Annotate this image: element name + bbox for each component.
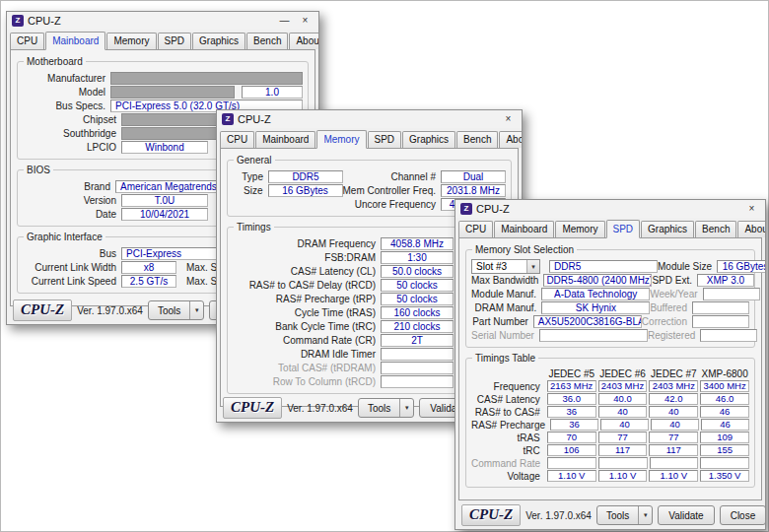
timing-value: 50 clocks [381,293,454,305]
link-speed-label: Current Link Speed [23,276,121,287]
tab-memory[interactable]: Memory [316,130,366,149]
close-icon[interactable]: × [500,112,517,126]
tab-about[interactable]: About [499,131,523,148]
close-icon[interactable]: × [743,202,760,216]
tab-mainboard[interactable]: Mainboard [255,131,315,148]
tab-bench[interactable]: Bench [456,131,498,148]
tools-button[interactable]: Tools ▾ [358,398,414,418]
spd-panel: Memory Slot Selection Slot #3 ▾ DDR5 Mod… [458,237,762,500]
tab-bar: CPU Mainboard Memory SPD Graphics Bench … [7,30,318,49]
tab-spd[interactable]: SPD [368,131,402,148]
column-header: JEDEC #5 [547,368,596,379]
bios-brand-label: Brand [23,181,115,192]
module-manuf-label: Module Manuf. [471,289,541,299]
cell: 155 [700,444,749,456]
bus-specs-label: Bus Specs. [23,100,110,111]
chevron-down-icon[interactable]: ▾ [638,506,652,524]
close-button[interactable]: Close [720,505,766,525]
cell: 1.10 V [547,470,596,482]
cell: 40 [651,419,699,431]
tab-bench[interactable]: Bench [246,33,288,49]
week-year-label: Week/Year [650,289,702,299]
dram-manuf-label: DRAM Manuf. [471,302,541,313]
cpuz-app-icon: Z [460,203,472,215]
tab-memory[interactable]: Memory [555,221,604,237]
table-row: tRC 106 117 117 155 [471,444,749,456]
version-text: Ver. 1.97.0.x64 [525,510,592,521]
link-width-value: x8 [121,261,176,274]
tools-button-label: Tools [359,399,399,417]
chevron-down-icon[interactable]: ▾ [526,260,539,273]
cell [547,457,596,469]
tools-button-label: Tools [597,506,638,524]
link-width-label: Current Link Width [23,262,121,273]
cell: 46 [700,406,749,418]
bottom-bar: CPU-Z Ver. 1.97.0.x64 Tools ▾ Validate C… [455,501,765,529]
tab-cpu[interactable]: CPU [458,221,493,237]
channel-label: Channel # [390,171,441,182]
serial-number-label: Serial Number [471,330,539,341]
timing-label: FSB:DRAM [233,252,381,263]
chevron-down-icon[interactable]: ▾ [399,399,413,417]
version-text: Ver. 1.97.0.x64 [287,403,353,414]
group-label: BIOS [24,165,53,175]
type-value: DDR5 [268,170,343,183]
group-label: Timings Table [472,353,538,364]
cell [650,457,699,469]
chipset-label: Chipset [23,114,121,125]
tools-button[interactable]: Tools ▾ [596,505,653,525]
tab-spd[interactable]: SPD [158,33,192,49]
cell: 77 [649,432,698,443]
table-row: tRAS 70 77 77 109 [471,432,749,443]
slot-select[interactable]: Slot #3 ▾ [471,259,540,274]
bios-date-value: 10/04/2021 [121,208,208,221]
registered-value [700,329,757,342]
window-title: CPU-Z [476,203,739,215]
southbridge-label: Southbridge [23,128,121,139]
dram-manuf-row: DRAM Manuf. SK Hynix Buffered [471,301,749,314]
tab-cpu[interactable]: CPU [10,33,44,49]
timing-label: Cycle Time (tRAS) [233,307,381,318]
tab-graphics[interactable]: Graphics [641,221,694,237]
close-icon[interactable]: × [297,14,314,28]
tab-about[interactable]: About [737,221,766,237]
cell: 36 [550,419,598,431]
minimize-button[interactable]: — [276,14,293,28]
buffered-value [692,301,749,314]
timing-label: Row To Column (tRCD) [233,376,381,387]
cell: 77 [598,432,648,443]
tab-about[interactable]: About [289,33,319,49]
tab-memory[interactable]: Memory [106,33,156,49]
titlebar[interactable]: Z CPU-Z × [217,110,522,128]
cell: 46 [701,419,749,431]
tools-button-label: Tools [149,301,189,319]
tab-spd[interactable]: SPD [606,220,641,238]
tools-button[interactable]: Tools ▾ [148,300,204,320]
mem-controller-freq-value: 2031.8 MHz [441,184,506,197]
cell: 40 [649,406,698,418]
timing-value: 50.0 clocks [381,265,454,278]
bios-version-label: Version [23,195,121,206]
tab-bench[interactable]: Bench [695,221,736,237]
size-value: 16 GBytes [268,184,343,197]
chevron-down-icon[interactable]: ▾ [189,301,203,319]
model-value-redacted [110,86,235,99]
registered-label: Registered [648,330,700,341]
titlebar[interactable]: Z CPU-Z — × [7,12,318,30]
column-header: JEDEC #7 [649,368,698,379]
group-label: Memory Slot Selection [472,244,577,255]
manufacturer-value-redacted [110,72,303,85]
titlebar[interactable]: Z CPU-Z × [455,200,765,218]
cell: 40.0 [598,393,648,405]
tab-mainboard[interactable]: Mainboard [494,221,554,237]
row-label: tRAS [471,432,545,443]
validate-button[interactable]: Validate [658,505,714,525]
tab-cpu[interactable]: CPU [220,131,254,148]
tab-graphics[interactable]: Graphics [192,33,245,49]
module-size-value: 16 GBytes [717,260,766,273]
cell: 1.10 V [649,470,698,482]
timing-label: CAS# Latency (CL) [233,266,381,277]
tab-graphics[interactable]: Graphics [402,131,455,148]
tab-mainboard[interactable]: Mainboard [45,32,105,50]
cell: 117 [649,444,698,456]
